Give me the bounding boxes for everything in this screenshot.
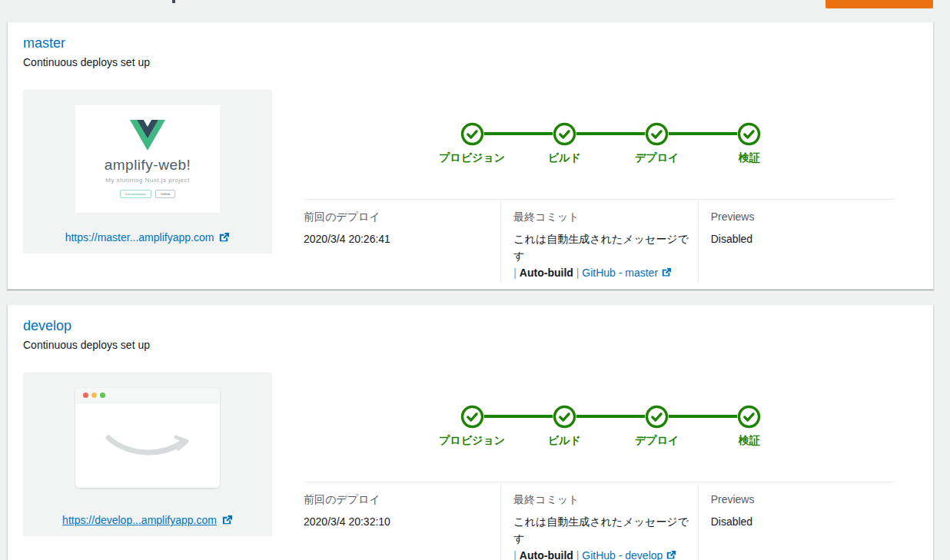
check-circle-icon [553, 405, 576, 429]
stage-label: デプロイ [635, 434, 679, 448]
amazon-smile-icon [102, 432, 193, 459]
pipeline-connector [576, 415, 645, 418]
stage-label: 検証 [739, 151, 760, 165]
previews-header: Previews [711, 492, 895, 506]
autobuild-label: Auto-build [520, 267, 573, 279]
last-commit-cell: 最終コミット これは自動生成されたメッセージです | Auto-build | … [500, 200, 697, 281]
separator: | [576, 549, 580, 560]
branch-url-link[interactable]: https://develop...amplifyapp.com [62, 514, 217, 526]
branch-thumbnail-master: amplify-web! My stunning Nuxt.js project… [23, 90, 272, 253]
check-circle-icon [460, 405, 484, 429]
deploy-info-table: 前回のデプロイ 2020/3/4 20:26:41 最終コミット これは自動生成… [304, 199, 895, 281]
github-branch-link[interactable]: GitHub - master [582, 267, 658, 279]
site-preview-placeholder [75, 388, 220, 488]
stage-label: プロビジョン [439, 434, 505, 448]
pipeline-connector [576, 132, 645, 135]
previews-cell: Previews Disabled [698, 482, 895, 560]
check-circle-icon [737, 122, 761, 146]
deploy-pipeline: プロビジョン ビルド [460, 122, 762, 166]
check-circle-icon [460, 122, 484, 146]
stage-label: 検証 [739, 434, 760, 448]
traffic-light-red-icon [83, 393, 88, 398]
pipeline-stage-verify: 検証 [737, 122, 761, 166]
clipped-orange-action-button[interactable] [825, 0, 933, 8]
pipeline-stage-verify: 検証 [737, 405, 761, 449]
pipeline-connector [484, 132, 553, 135]
commit-message: これは自動生成されたメッセージです [513, 230, 697, 264]
deploy-info-table: 前回のデプロイ 2020/3/4 20:32:10 最終コミット これは自動生成… [304, 482, 895, 560]
browser-titlebar [75, 388, 220, 403]
previews-header: Previews [711, 210, 895, 224]
previews-cell: Previews Disabled [698, 200, 895, 281]
external-link-icon [661, 267, 672, 278]
pipeline-stage-provision: プロビジョン [460, 122, 484, 166]
check-circle-icon [553, 122, 576, 146]
traffic-light-yellow-icon [91, 393, 97, 398]
last-commit-header: 最終コミット [513, 210, 697, 224]
pipeline-stage-build: ビルド [553, 122, 576, 166]
branch-card-master: master Continuous deploys set up amplify… [7, 22, 934, 290]
check-circle-icon [645, 405, 669, 429]
commit-message: これは自動生成されたメッセージです [513, 513, 697, 547]
stage-label: デプロイ [635, 151, 679, 165]
preview-github-button: GitHub [155, 190, 175, 198]
branch-url-link[interactable]: https://master...amplifyapp.com [65, 231, 214, 244]
last-deploy-value: 2020/3/4 20:26:41 [304, 230, 500, 247]
clipped-page-text [172, 0, 175, 3]
last-deploy-value: 2020/3/4 20:32:10 [304, 513, 500, 530]
previews-value: Disabled [711, 513, 895, 530]
external-link-icon [666, 550, 676, 560]
traffic-light-green-icon [100, 393, 105, 398]
pipeline-stage-build: ビルド [553, 405, 576, 449]
branch-name-link[interactable]: master [23, 35, 65, 51]
separator: | [576, 267, 580, 279]
separator: | [513, 267, 517, 279]
last-commit-cell: 最終コミット これは自動生成されたメッセージです | Auto-build | … [500, 482, 697, 560]
autobuild-label: Auto-build [520, 549, 573, 560]
pipeline-connector [484, 415, 553, 418]
pipeline-connector [669, 415, 737, 418]
pipeline-stage-deploy: デプロイ [645, 122, 669, 166]
preview-site-subtitle: My stunning Nuxt.js project [105, 177, 190, 184]
check-circle-icon [645, 122, 669, 146]
branch-status-text: Continuous deploys set up [23, 55, 918, 70]
previews-value: Disabled [711, 230, 895, 247]
pipeline-stage-deploy: デプロイ [645, 405, 669, 449]
branch-name-link[interactable]: develop [23, 317, 71, 334]
last-deploy-header: 前回のデプロイ [304, 210, 500, 224]
pipeline-stage-provision: プロビジョン [460, 405, 484, 449]
preview-site-title: amplify-web! [105, 157, 191, 174]
vue-logo-icon [130, 120, 165, 151]
last-deploy-header: 前回のデプロイ [304, 492, 500, 506]
last-deploy-cell: 前回のデプロイ 2020/3/4 20:32:10 [304, 482, 500, 560]
pipeline-connector [669, 132, 737, 135]
stage-label: ビルド [548, 151, 581, 165]
branches-page: master Continuous deploys set up amplify… [0, 0, 950, 560]
site-preview-image: amplify-web! My stunning Nuxt.js project… [75, 105, 220, 213]
branch-status-text: Continuous deploys set up [23, 337, 918, 353]
external-link-icon [221, 515, 233, 526]
check-circle-icon [737, 405, 761, 429]
github-branch-link[interactable]: GitHub - develop [582, 549, 663, 560]
branch-card-develop: develop Continuous deploys set up [7, 304, 934, 560]
branch-thumbnail-develop: https://develop...amplifyapp.com [23, 373, 272, 536]
last-commit-header: 最終コミット [513, 492, 697, 506]
separator: | [513, 549, 517, 560]
external-link-icon [218, 232, 230, 244]
deploy-pipeline: プロビジョン ビルド [460, 405, 762, 449]
preview-documentation-button: Documentation [120, 190, 151, 198]
stage-label: プロビジョン [439, 151, 505, 165]
stage-label: ビルド [548, 434, 581, 448]
last-deploy-cell: 前回のデプロイ 2020/3/4 20:26:41 [304, 200, 500, 281]
